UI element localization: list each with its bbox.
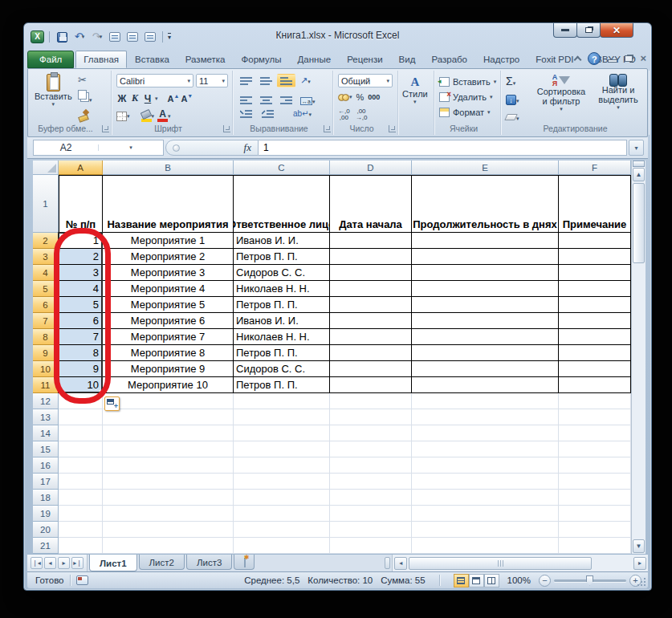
orientation-button[interactable]: ↗▾ — [297, 73, 314, 88]
cell-D8[interactable] — [330, 329, 412, 345]
cell-D7[interactable] — [330, 313, 412, 329]
cell-F18[interactable] — [559, 490, 631, 506]
cell-C3[interactable]: Петров П. П. — [234, 249, 330, 265]
cell-D19[interactable] — [330, 506, 412, 522]
cell-B3[interactable]: Мероприятие 2 — [103, 249, 234, 265]
cell-F9[interactable] — [559, 345, 631, 361]
cell-E2[interactable] — [412, 233, 559, 249]
cell-C6[interactable]: Петров П. П. — [234, 297, 330, 313]
cell-F5[interactable] — [559, 281, 631, 297]
horizontal-scroll-thumb[interactable] — [409, 557, 592, 570]
cell-D11[interactable] — [330, 377, 412, 393]
tab-Файл[interactable]: Файл — [27, 51, 74, 68]
styles-button[interactable]: А Стили▾ — [402, 75, 428, 105]
cell-D13[interactable] — [330, 409, 412, 425]
autosum-button[interactable]: Σ▾ — [506, 74, 519, 88]
cell-E18[interactable] — [412, 490, 559, 506]
cell-B17[interactable] — [103, 474, 234, 490]
cell-E7[interactable] — [412, 313, 559, 329]
cell-B12[interactable] — [103, 393, 234, 409]
align-bottom-button[interactable] — [277, 74, 295, 87]
cell-A11[interactable]: 10 — [59, 377, 103, 393]
cell-A7[interactable]: 6 — [59, 313, 103, 329]
cell-A6[interactable]: 5 — [59, 297, 103, 313]
tab-Рецензи[interactable]: Рецензи — [339, 51, 390, 68]
cell-D6[interactable] — [330, 297, 412, 313]
row-header-6[interactable]: 6 — [33, 297, 59, 313]
vertical-scrollbar[interactable]: ▲ ▼ — [631, 161, 646, 554]
cell-A5[interactable]: 4 — [59, 281, 103, 297]
font-dialog-launcher[interactable] — [223, 125, 230, 132]
workbook-restore-icon[interactable] — [625, 55, 633, 62]
next-sheet-button[interactable]: ▸ — [58, 557, 70, 569]
cell-A10[interactable]: 9 — [59, 361, 103, 377]
tab-Главная[interactable]: Главная — [75, 51, 127, 68]
clear-button[interactable]: ▾ — [506, 109, 519, 124]
column-header-C[interactable]: C — [234, 161, 330, 175]
cell-C16[interactable] — [234, 457, 330, 474]
align-center-button[interactable] — [257, 93, 275, 107]
cell-F11[interactable] — [559, 377, 631, 393]
row-header-11[interactable]: 11 — [33, 377, 59, 393]
grow-font-button[interactable]: А▲ — [168, 93, 180, 104]
cell-A12[interactable] — [59, 393, 103, 409]
cell-E14[interactable] — [412, 425, 559, 441]
increase-indent-button[interactable] — [259, 107, 277, 120]
sheet-tab-Лист1[interactable]: Лист1 — [89, 555, 137, 571]
cell-C13[interactable] — [234, 409, 330, 425]
cell-F1[interactable]: Примечание — [559, 175, 631, 233]
cell-D16[interactable] — [330, 457, 412, 474]
cell-D1[interactable]: Дата начала — [330, 175, 412, 233]
expand-formula-bar-button[interactable]: ▾ — [629, 140, 644, 156]
autofill-options-button[interactable]: + — [104, 396, 120, 411]
row-header-12[interactable]: 12 — [33, 393, 59, 409]
cell-F14[interactable] — [559, 425, 631, 441]
tab-Данные[interactable]: Данные — [290, 51, 340, 68]
workbook-minimize-icon[interactable] — [608, 59, 617, 63]
alignment-dialog-launcher[interactable] — [324, 125, 331, 132]
cell-F13[interactable] — [559, 409, 631, 425]
row-header-20[interactable]: 20 — [33, 522, 59, 538]
number-format-combo[interactable]: Общий▾ — [338, 74, 393, 87]
tab-splitter[interactable] — [385, 557, 390, 569]
cell-B13[interactable] — [103, 409, 234, 425]
cell-F20[interactable] — [559, 522, 631, 538]
cell-A13[interactable] — [59, 409, 103, 425]
sheet-tab-Лист2[interactable]: Лист2 — [139, 555, 185, 570]
minimize-button[interactable] — [553, 23, 577, 38]
cell-C19[interactable] — [234, 506, 330, 522]
cell-F19[interactable] — [559, 506, 631, 522]
cell-C12[interactable] — [234, 393, 330, 409]
row-header-5[interactable]: 5 — [33, 281, 59, 297]
cell-B5[interactable]: Мероприятие 4 — [103, 281, 234, 297]
font-size-combo[interactable]: 11▾ — [196, 74, 228, 87]
page-break-view-button[interactable] — [484, 574, 499, 588]
cell-E16[interactable] — [412, 457, 559, 474]
cell-B18[interactable] — [103, 490, 234, 506]
cell-E21[interactable] — [412, 538, 559, 554]
cell-D21[interactable] — [330, 538, 412, 554]
clipboard-dialog-launcher[interactable] — [102, 125, 109, 132]
shrink-font-button[interactable]: А▼ — [181, 93, 193, 104]
row-header-18[interactable]: 18 — [33, 490, 59, 506]
cell-E6[interactable] — [412, 297, 559, 313]
cell-F16[interactable] — [559, 457, 631, 474]
cell-D5[interactable] — [330, 281, 412, 297]
cell-F8[interactable] — [559, 329, 631, 345]
select-all-corner[interactable] — [33, 161, 59, 175]
cell-B15[interactable] — [103, 441, 234, 457]
cell-A15[interactable] — [59, 441, 103, 457]
cell-A8[interactable]: 7 — [59, 329, 103, 345]
cell-B21[interactable] — [103, 538, 234, 554]
cell-A16[interactable] — [59, 457, 103, 474]
cell-C15[interactable] — [234, 441, 330, 457]
cell-E13[interactable] — [412, 409, 559, 425]
find-select-button[interactable]: Найти и выделить▾ — [593, 74, 644, 111]
scroll-right-button[interactable]: ▸ — [633, 557, 646, 570]
cell-A1[interactable]: № п/п — [59, 175, 103, 233]
row-header-4[interactable]: 4 — [33, 265, 59, 281]
normal-view-button[interactable] — [454, 574, 469, 588]
prev-sheet-button[interactable]: ◂ — [44, 557, 56, 569]
align-top-button[interactable] — [237, 74, 255, 87]
cell-E10[interactable] — [412, 361, 559, 377]
